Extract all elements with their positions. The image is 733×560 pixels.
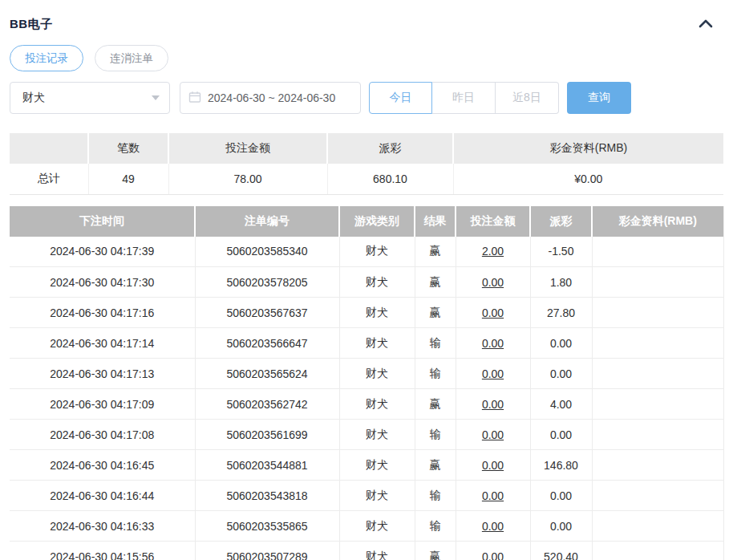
table-row: 2024-06-30 04:16:445060203543818财犬输0.000… [10,481,723,511]
bet-number-cell: 5060203585340 [195,237,339,267]
bet-number-cell: 5060203578205 [195,267,339,298]
table-row: 2024-06-30 04:17:095060203562742财犬赢0.004… [10,389,723,420]
payout-cell: 0.00 [530,359,592,389]
game-type-cell: 财犬 [339,267,415,298]
chevron-up-icon [698,19,714,31]
table-row: 2024-06-30 04:17:165060203567637财犬赢0.002… [10,298,723,328]
result-cell: 赢 [415,389,456,420]
bet-time-cell: 2024-06-30 04:17:09 [10,389,195,420]
bet-number-cell: 5060203561699 [195,420,339,450]
bet-amount-link[interactable]: 0.00 [456,481,530,511]
bet-amount-link[interactable]: 0.00 [456,542,530,560]
game-type-cell: 财犬 [339,511,415,542]
bet-time-cell: 2024-06-30 04:17:30 [10,267,195,298]
records-table-body: 2024-06-30 04:17:395060203585340财犬赢2.00-… [10,237,723,560]
payout-cell: 4.00 [530,389,592,420]
bonus-cell [592,359,723,389]
payout-cell: 0.00 [530,511,592,542]
today-button[interactable]: 今日 [369,82,432,114]
bet-time-cell: 2024-06-30 04:17:39 [10,237,195,267]
search-button[interactable]: 查询 [567,82,631,114]
bonus-cell [592,298,723,328]
bet-number-cell: 5060203543818 [195,481,339,511]
bet-amount-link[interactable]: 0.00 [456,298,530,328]
records-header-row: 下注时间 注单编号 游戏类别 结果 投注金额 派彩 彩金资料(RMB) [10,206,723,237]
game-type-cell: 财犬 [339,237,415,267]
bet-amount-link[interactable]: 2.00 [456,237,530,267]
result-cell: 输 [415,359,456,389]
bonus-cell [592,389,723,420]
table-row: 2024-06-30 04:16:455060203544881财犬赢0.001… [10,450,723,481]
bet-amount-link[interactable]: 0.00 [456,450,530,481]
result-cell: 输 [415,511,456,542]
game-select-value: 财犬 [22,91,45,105]
bonus-cell [592,450,723,481]
bet-time-cell: 2024-06-30 04:15:56 [10,542,195,560]
summary-table: 笔数 投注金额 派彩 彩金资料(RMB) 总计 49 78.00 680.10 … [10,133,723,195]
tab-cancelled-bets[interactable]: 连消注单 [95,45,168,71]
panel-header: BB电子 [10,0,723,33]
summary-total-bonus: ¥0.00 [453,164,723,194]
bonus-cell [592,481,723,511]
collapse-panel-button[interactable] [695,16,717,33]
header-bet-number: 注单编号 [195,206,339,237]
result-cell: 赢 [415,542,456,560]
bet-time-cell: 2024-06-30 04:16:44 [10,481,195,511]
payout-cell: -1.50 [530,237,592,267]
records-table: 下注时间 注单编号 游戏类别 结果 投注金额 派彩 彩金资料(RMB) 2024… [10,206,724,560]
bet-number-cell: 5060203565624 [195,359,339,389]
summary-total-label: 总计 [10,164,88,194]
result-cell: 输 [415,481,456,511]
table-row: 2024-06-30 04:17:145060203566647财犬输0.000… [10,328,723,359]
bonus-cell [592,267,723,298]
bet-amount-link[interactable]: 0.00 [456,267,530,298]
header-payout: 派彩 [530,206,592,237]
bet-number-cell: 5060203544881 [195,450,339,481]
result-cell: 输 [415,420,456,450]
bet-time-cell: 2024-06-30 04:16:45 [10,450,195,481]
bonus-cell [592,237,723,267]
result-cell: 赢 [415,237,456,267]
game-type-cell: 财犬 [339,328,415,359]
bet-number-cell: 5060203507289 [195,542,339,560]
game-type-cell: 财犬 [339,481,415,511]
result-cell: 赢 [415,298,456,328]
summary-header-count: 笔数 [88,133,168,164]
bet-time-cell: 2024-06-30 04:16:33 [10,511,195,542]
yesterday-button[interactable]: 昨日 [432,82,496,114]
table-row: 2024-06-30 04:17:085060203561699财犬输0.000… [10,420,723,450]
bonus-cell [592,328,723,359]
bet-time-cell: 2024-06-30 04:17:16 [10,298,195,328]
header-bonus: 彩金资料(RMB) [592,206,723,237]
bet-amount-link[interactable]: 0.00 [456,359,530,389]
payout-cell: 27.80 [530,298,592,328]
summary-header-blank [10,133,88,164]
bet-amount-link[interactable]: 0.00 [456,420,530,450]
summary-header-bet-amount: 投注金额 [168,133,327,164]
bet-time-cell: 2024-06-30 04:17:08 [10,420,195,450]
bet-amount-link[interactable]: 0.00 [456,328,530,359]
payout-cell: 1.80 [530,267,592,298]
page-title: BB电子 [10,17,53,32]
header-game-type: 游戏类别 [339,206,415,237]
tab-bet-records[interactable]: 投注记录 [10,45,83,71]
game-type-cell: 财犬 [339,389,415,420]
game-select[interactable]: 财犬 [10,82,170,114]
bet-number-cell: 5060203567637 [195,298,339,328]
last-8-days-button[interactable]: 近8日 [496,82,559,114]
bet-amount-link[interactable]: 0.00 [456,389,530,420]
bet-amount-link[interactable]: 0.00 [456,511,530,542]
game-type-cell: 财犬 [339,298,415,328]
filter-bar: 财犬 2024-06-30 ~ 2024-06-30 今日 昨日 近8日 查询 [10,82,723,114]
table-row: 2024-06-30 04:16:335060203535865财犬输0.000… [10,511,723,542]
date-range-picker[interactable]: 2024-06-30 ~ 2024-06-30 [180,82,361,114]
bonus-cell [592,511,723,542]
header-bet-time: 下注时间 [10,206,195,237]
table-row: 2024-06-30 04:15:565060203507289财犬赢0.005… [10,542,723,560]
quick-date-button-group: 今日 昨日 近8日 [369,82,559,114]
payout-cell: 0.00 [530,328,592,359]
game-type-cell: 财犬 [339,359,415,389]
summary-header-payout: 派彩 [327,133,453,164]
result-cell: 赢 [415,267,456,298]
game-type-cell: 财犬 [339,420,415,450]
